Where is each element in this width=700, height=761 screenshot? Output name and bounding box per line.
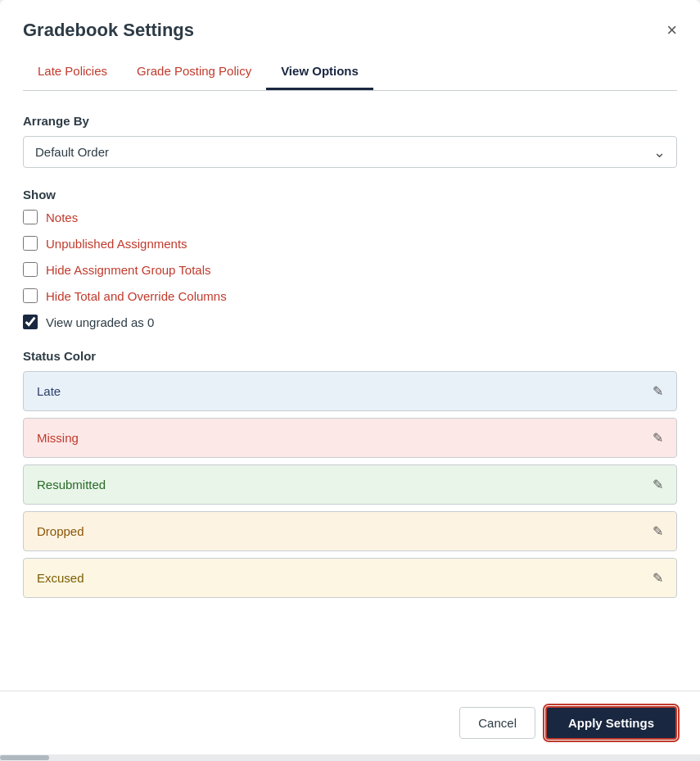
modal-body: Arrange By Default Order Due Date - Olde…	[0, 91, 700, 691]
modal-title: Gradebook Settings	[23, 20, 194, 41]
status-color-label: Status Color	[23, 349, 677, 363]
unpublished-assignments-checkbox[interactable]	[23, 236, 38, 251]
show-notes-item: Notes	[23, 210, 677, 224]
show-view-ungraded-item: View ungraded as 0	[23, 315, 677, 329]
hide-assignment-group-totals-checkbox[interactable]	[23, 262, 38, 277]
edit-late-icon: ✎	[653, 383, 663, 399]
apply-settings-button[interactable]: Apply Settings	[545, 706, 677, 740]
close-button[interactable]: ×	[666, 21, 677, 39]
tab-grade-posting-policy[interactable]: Grade Posting Policy	[122, 56, 266, 90]
notes-label[interactable]: Notes	[46, 211, 78, 224]
arrange-by-select[interactable]: Default Order Due Date - Oldest to Newes…	[23, 136, 677, 168]
status-row-excused[interactable]: Excused ✎	[23, 558, 677, 598]
status-row-dropped[interactable]: Dropped ✎	[23, 511, 677, 551]
tab-late-policies[interactable]: Late Policies	[23, 56, 122, 90]
scrollbar-thumb	[0, 755, 49, 760]
notes-checkbox[interactable]	[23, 210, 38, 224]
edit-excused-icon: ✎	[653, 570, 663, 586]
show-unpublished-item: Unpublished Assignments	[23, 236, 677, 251]
status-dropped-label: Dropped	[37, 524, 84, 538]
tab-view-options[interactable]: View Options	[266, 56, 373, 90]
status-row-resubmitted[interactable]: Resubmitted ✎	[23, 464, 677, 505]
unpublished-assignments-label[interactable]: Unpublished Assignments	[46, 237, 187, 251]
modal-header: Gradebook Settings ×	[0, 0, 700, 41]
status-row-missing[interactable]: Missing ✎	[23, 418, 677, 458]
show-section: Show Notes Unpublished Assignments Hide …	[23, 188, 677, 329]
show-label: Show	[23, 188, 677, 202]
modal-footer: Cancel Apply Settings	[0, 691, 700, 754]
edit-resubmitted-icon: ✎	[653, 477, 663, 492]
hide-total-override-columns-label[interactable]: Hide Total and Override Columns	[46, 289, 227, 303]
show-hide-group-totals-item: Hide Assignment Group Totals	[23, 262, 677, 277]
status-row-late[interactable]: Late ✎	[23, 371, 677, 411]
edit-dropped-icon: ✎	[653, 523, 663, 539]
view-ungraded-as-0-label[interactable]: View ungraded as 0	[46, 315, 154, 329]
hide-assignment-group-totals-label[interactable]: Hide Assignment Group Totals	[46, 263, 211, 277]
cancel-button[interactable]: Cancel	[459, 707, 535, 739]
hide-total-override-columns-checkbox[interactable]	[23, 288, 38, 303]
edit-missing-icon: ✎	[653, 430, 663, 446]
status-excused-label: Excused	[37, 571, 84, 585]
status-resubmitted-label: Resubmitted	[37, 478, 106, 491]
scrollbar[interactable]	[0, 754, 700, 761]
arrange-by-section: Arrange By Default Order Due Date - Olde…	[23, 114, 677, 168]
view-ungraded-as-0-checkbox[interactable]	[23, 315, 38, 329]
gradebook-settings-modal: Gradebook Settings × Late Policies Grade…	[0, 0, 700, 761]
status-late-label: Late	[37, 384, 61, 398]
show-hide-total-columns-item: Hide Total and Override Columns	[23, 288, 677, 303]
status-color-section: Status Color Late ✎ Missing ✎ Resubmitte…	[23, 349, 677, 598]
arrange-by-label: Arrange By	[23, 114, 677, 128]
tabs-bar: Late Policies Grade Posting Policy View …	[23, 56, 677, 91]
status-missing-label: Missing	[37, 431, 79, 445]
arrange-by-dropdown-wrapper: Default Order Due Date - Oldest to Newes…	[23, 136, 677, 168]
